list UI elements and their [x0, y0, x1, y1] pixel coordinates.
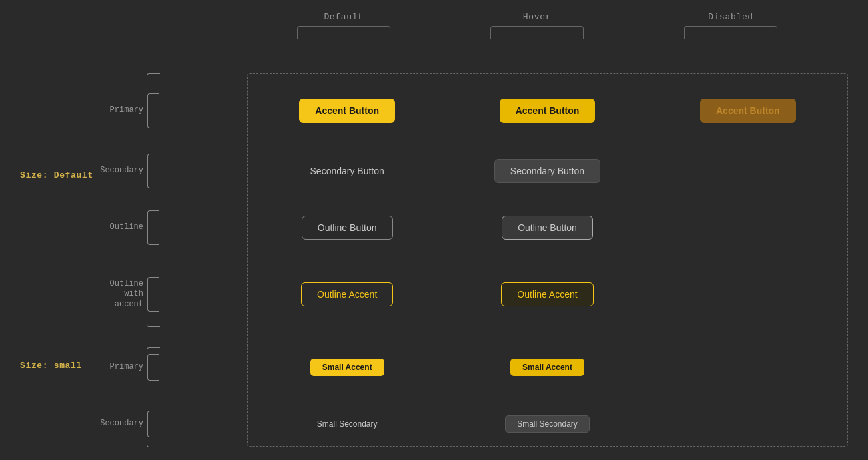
bracket-primary — [147, 93, 159, 128]
outline-accent-button-hover[interactable]: Outline Accent — [501, 282, 593, 306]
outline-accent-button-default[interactable]: Outline Accent — [301, 282, 393, 306]
outline-button-default[interactable]: Outline Button — [302, 216, 393, 240]
small-secondary-cells: Small Secondary Small Secondary — [247, 411, 848, 437]
col-disabled-label: Disabled — [708, 12, 753, 22]
size-small-label: Size: small — [20, 361, 82, 371]
row-primary: Primary — [93, 93, 159, 128]
bracket-small-secondary — [147, 411, 159, 437]
outline-accent-label: Outlinewith accent — [93, 279, 143, 310]
accent-button-hover[interactable]: Accent Button — [500, 99, 596, 123]
main-area: Size: Default Size: small Primary Accent… — [20, 73, 848, 447]
row-small-primary: Primary — [93, 354, 159, 381]
cell-primary-default: Accent Button — [247, 99, 447, 123]
small-secondary-label: Secondary — [93, 419, 143, 429]
small-accent-button-hover[interactable]: Small Accent — [510, 359, 584, 376]
cell-small-secondary-hover: Small Secondary — [447, 415, 647, 433]
col-default-label: Default — [324, 12, 363, 22]
cell-secondary-default: Secondary Button — [247, 159, 447, 183]
row-small-secondary: Secondary — [93, 411, 159, 437]
small-primary-cells: Small Accent Small Accent — [247, 354, 848, 381]
accent-button-default[interactable]: Accent Button — [299, 99, 395, 123]
col-hover-label: Hover — [523, 12, 551, 22]
col-default: Default — [247, 12, 440, 39]
row-outline-accent: Outlinewith accent — [93, 277, 159, 312]
cell-primary-hover: Accent Button — [447, 99, 647, 123]
col-hover: Hover — [440, 12, 634, 39]
page: Default Hover Disabled Size: Default Siz… — [0, 0, 868, 460]
outline-accent-cells: Outline Accent Outline Accent — [247, 277, 848, 312]
outline-label: Outline — [93, 222, 143, 233]
col-disabled-bracket — [684, 26, 777, 39]
accent-button-disabled: Accent Button — [700, 99, 796, 123]
cell-small-secondary-default: Small Secondary — [247, 415, 447, 433]
bracket-outline — [147, 210, 159, 245]
col-disabled: Disabled — [634, 12, 827, 39]
cell-outline-accent-default: Outline Accent — [247, 282, 447, 306]
bracket-small-primary — [147, 354, 159, 381]
row-outline: Outline — [93, 210, 159, 245]
cell-outline-accent-hover: Outline Accent — [447, 282, 647, 306]
cell-small-primary-hover: Small Accent — [447, 359, 647, 376]
cell-small-primary-default: Small Accent — [247, 359, 447, 376]
cell-secondary-hover: Secondary Button — [447, 159, 647, 183]
small-accent-button-default[interactable]: Small Accent — [310, 359, 384, 376]
size-default-label: Size: Default — [20, 170, 93, 180]
outline-button-hover[interactable]: Outline Button — [502, 216, 593, 240]
primary-label: Primary — [93, 105, 143, 116]
col-hover-bracket — [490, 26, 584, 39]
cell-primary-disabled: Accent Button — [648, 99, 848, 123]
rows-container: Primary Accent Button Accent Button Acce… — [93, 73, 848, 447]
secondary-button-hover[interactable]: Secondary Button — [494, 159, 600, 183]
secondary-label: Secondary — [93, 166, 143, 176]
small-secondary-button-default[interactable]: Small Secondary — [305, 415, 390, 433]
small-secondary-button-hover[interactable]: Small Secondary — [505, 415, 590, 433]
secondary-cells: Secondary Button Secondary Button — [247, 154, 848, 188]
secondary-button-default[interactable]: Secondary Button — [294, 159, 400, 183]
cell-outline-default: Outline Button — [247, 216, 447, 240]
bracket-outline-accent — [147, 277, 159, 312]
small-primary-label: Primary — [93, 362, 143, 373]
cell-outline-hover: Outline Button — [447, 216, 647, 240]
outline-cells: Outline Button Outline Button — [247, 210, 848, 245]
col-default-bracket — [297, 26, 390, 39]
bracket-secondary — [147, 154, 159, 188]
column-headers: Default Hover Disabled — [247, 12, 827, 39]
primary-cells: Accent Button Accent Button Accent Butto… — [247, 93, 848, 128]
row-secondary: Secondary — [93, 154, 159, 188]
